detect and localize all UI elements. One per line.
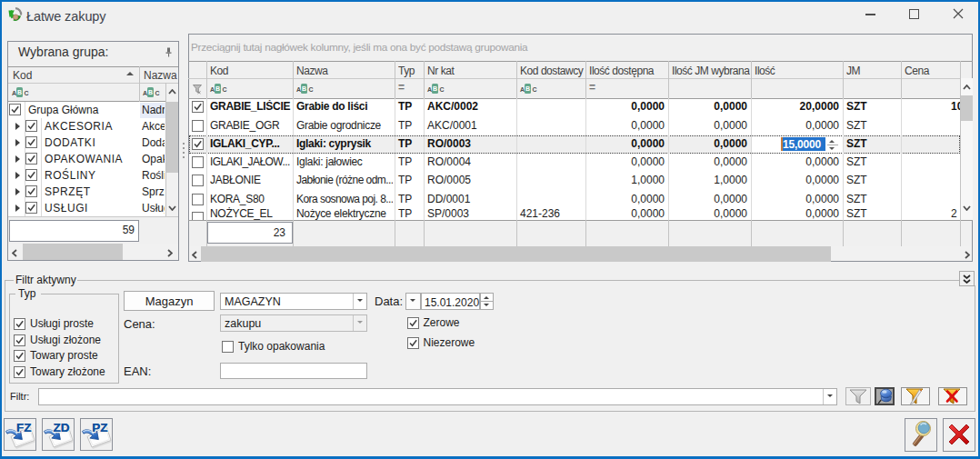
svg-text:FZ: FZ (16, 421, 32, 434)
svg-text:PZ: PZ (92, 421, 107, 434)
svg-text:ZD: ZD (54, 421, 70, 434)
